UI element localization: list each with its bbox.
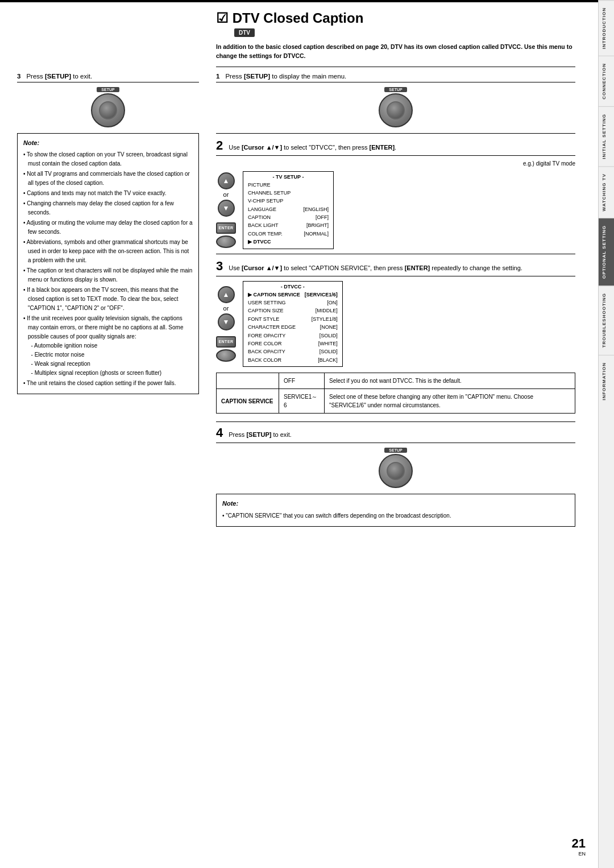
right-column: 1 Press [SETUP] to display the main menu… [216,73,575,527]
sidebar-tabs: INTRODUCTION CONNECTION INITIAL SETTING … [598,0,614,868]
down-button-3[interactable]: ▼ [218,313,235,330]
caption-table-row-service: CAPTION SERVICE SERVICE1～6 Select one of… [217,389,575,414]
step2-area: 2 Use [Cursor ▲/▼] to select "DTVCC", th… [216,138,575,249]
step4-area: 4 Press [SETUP] to exit. SETUP Note: [216,421,575,527]
menu2-row-foreopacity: FORE OPACITY[SOLID] [248,332,338,340]
step3-left-header: 3 Press [SETUP] to exit. [17,73,199,82]
note-list-right: "CAPTION SERVICE" that you can switch di… [222,511,569,520]
menu2-row-charedge: CHARACTER EDGE[NONE] [248,323,338,331]
enter-button-3[interactable]: ENTER [216,336,236,348]
caption-off-value: OFF [279,373,325,389]
note-item: Adjusting or muting the volume may delay… [23,218,193,237]
sidebar-tab-optional-setting: OPTIONAL SETTING [599,218,614,286]
enter-button-2[interactable]: ENTER [216,222,236,234]
setup-button-left[interactable] [91,93,125,127]
step2-controls: ▲ or ▼ ENTER - TV SETUP - PICTURE CHANNE… [216,171,575,249]
note-item: To show the closed caption on your TV sc… [23,150,193,168]
step2-text: Use [Cursor ▲/▼] to select "DTVCC", then… [229,144,396,151]
down-button-2[interactable]: ▼ [218,200,235,217]
note-item: Changing channels may delay the closed c… [23,199,193,217]
menu1-title: - TV SETUP - [248,174,329,180]
caption-service-label-2: CAPTION SERVICE [217,389,279,414]
or-label-2: or [223,191,229,198]
sidebar-tab-initial-setting: INITIAL SETTING [599,106,614,166]
enter-circle-3[interactable] [216,349,236,362]
menu2-title: - DTVCC - [248,284,338,290]
caption-service-desc: Select one of these before changing any … [325,389,575,414]
intro-text: In addition to the basic closed caption … [216,43,575,61]
menu1-row-language: LANGUAGE[ENGLISH] [248,205,329,213]
caption-service-value: SERVICE1～6 [279,389,325,414]
menu2-row-fontstyle: FONT STYLE[STYLE1/8] [248,315,338,323]
note-item: Not all TV programs and commercials have… [23,170,193,188]
sidebar-tab-introduction: INTRODUCTION [599,0,614,56]
menu2-row-captionservice: ▶ CAPTION SERVICE[SERVICE1/6] [248,291,338,299]
note-item: If the unit receives poor quality televi… [23,314,193,378]
menu2: - DTVCC - ▶ CAPTION SERVICE[SERVICE1/6] … [243,281,343,367]
note2-item: "CAPTION SERVICE" that you can switch di… [222,511,569,520]
page-title-area: ☑ DTV Closed Caption DTV In addition to … [216,10,575,67]
menu2-row-backopacity: BACK OPACITY[SOLID] [248,348,338,356]
step1-text: Press [SETUP] to display the main menu. [225,73,346,80]
setup-btn-label-1: SETUP [384,87,406,92]
menu1-row-colortemp: COLOR TEMP.[NORMAL] [248,230,329,238]
or-label-3: or [223,305,229,312]
caption-table-row-off: OFF Select if you do not want DTVCC. Thi… [217,373,575,389]
note-list-left: To show the closed caption on your TV sc… [23,150,193,388]
step3-buttons: ▲ or ▼ ENTER [216,286,236,362]
step3-left-setup-container: SETUP [17,87,199,127]
page-title: ☑ DTV Closed Caption [216,10,575,26]
sidebar-tab-information: INFORMATION [599,355,614,407]
menu2-row-forecolor: FORE COLOR[WHITE] [248,340,338,348]
note-item: The caption or text characters will not … [23,266,193,284]
left-column: 3 Press [SETUP] to exit. SETUP Note: To … [17,73,199,527]
note-title-right: Note: [222,499,569,509]
menu2-row-usersetting: USER SETTING[ON] [248,299,338,307]
caption-off-desc: Select if you do not want DTVCC. This is… [325,373,575,389]
note-title-left: Note: [23,138,193,148]
step3-right-number: 3 [216,259,223,274]
sidebar-tab-troubleshooting: TROUBLESHOOTING [599,286,614,354]
up-button-3[interactable]: ▲ [218,286,235,303]
step4-setup-container: SETUP [216,448,575,488]
step2-buttons: ▲ or ▼ ENTER [216,172,236,248]
menu1: - TV SETUP - PICTURE CHANNEL SETUP V-CHI… [243,171,334,249]
setup-button-4[interactable] [379,454,413,488]
note-box-left: Note: To show the closed caption on your… [17,133,199,395]
menu1-row-caption: CAPTION[OFF] [248,213,329,221]
menu1-row-picture: PICTURE [248,181,329,189]
step3-controls: ▲ or ▼ ENTER - DTVCC - ▶ CAPTION SERVICE… [216,281,575,367]
step4-number: 4 [216,425,223,440]
note-box-right: Note: "CAPTION SERVICE" that you can swi… [216,494,575,527]
note-item: Abbreviations, symbols and other grammat… [23,238,193,265]
up-button-2[interactable]: ▲ [218,172,235,189]
step3-left-text: Press [SETUP] to exit. [26,73,92,80]
menu1-row-vchip: V-CHIP SETUP [248,197,329,205]
note-item: The unit retains the closed caption sett… [23,379,193,388]
menu2-row-captionsize: CAPTION SIZE[MIDDLE] [248,307,338,315]
step2-number: 2 [216,138,223,153]
menu1-row-channel: CHANNEL SETUP [248,189,329,197]
page-number-area: 21 EN [572,836,586,857]
step4-text: Press [SETUP] to exit. [229,431,292,438]
step1-setup-container: SETUP [216,87,575,127]
sidebar-tab-watching-tv: WATCHING TV [599,166,614,218]
menu2-row-backcolor: BACK COLOR[BLACK] [248,356,338,364]
step3-right-area: 3 Use [Cursor ▲/▼] to select "CAPTION SE… [216,259,575,367]
setup-btn-label-4: SETUP [384,448,406,453]
page-number: 21 [572,836,586,850]
menu1-row-backlight: BACK LIGHT[BRIGHT] [248,221,329,229]
note-item: If a black box appears on the TV screen,… [23,286,193,313]
caption-service-label [217,373,279,389]
setup-button-1[interactable] [379,93,413,127]
en-label: EN [572,851,586,857]
menu1-row-dtvcc: ▶ DTVCC [248,238,329,246]
step3-right-text: Use [Cursor ▲/▼] to select "CAPTION SERV… [229,264,522,271]
note-item: Captions and texts may not match the TV … [23,189,193,198]
step1-header: 1 Press [SETUP] to display the main menu… [216,73,575,82]
title-checkbox: ☑ [216,10,229,26]
dtv-badge: DTV [234,28,255,37]
step3-left-number: 3 [17,73,20,80]
enter-circle-2[interactable] [216,235,236,248]
caption-service-table: OFF Select if you do not want DTVCC. Thi… [216,373,575,414]
